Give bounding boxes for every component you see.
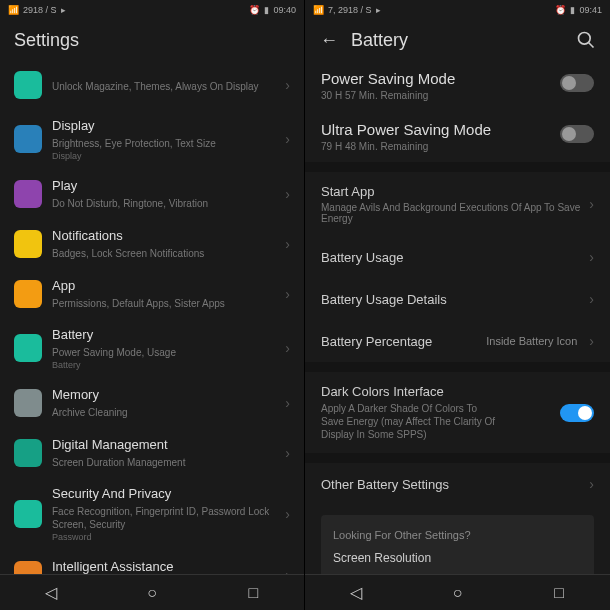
signal-icon: 📶 [313,5,324,15]
settings-item[interactable]: Intelligent Assistance Accessibility, Hi… [0,550,304,574]
start-app-row[interactable]: Start App Manage Avils And Background Ex… [305,172,610,236]
settings-item[interactable]: Unlock Magazine, Themes, Always On Displ… [0,60,304,110]
alarm-icon: ⏰ [555,5,566,15]
search-icon[interactable] [576,30,596,50]
settings-screen: 📶 2918 / S ▸ ⏰ ▮ 09:40 Settings Unlock M… [0,0,305,610]
item-title: Battery Usage Details [321,292,447,307]
item-sub: Power Saving Mode, Usage [52,346,279,359]
item-title: Start App [321,184,583,199]
item-sub: 30 H 57 Min. Remaining [321,90,550,101]
item-extra: Password [52,532,279,542]
hint-link[interactable]: Screen Resolution [333,551,582,565]
item-title: Display [52,118,279,135]
item-sub: Archive Cleaning [52,406,279,419]
item-sub: Face Recognition, Fingerprint ID, Passwo… [52,505,279,531]
settings-list[interactable]: Unlock Magazine, Themes, Always On Displ… [0,60,304,574]
item-title: App [52,278,279,295]
power-saving-toggle[interactable] [560,74,594,92]
item-title: Power Saving Mode [321,70,550,87]
item-sub: Screen Duration Management [52,456,279,469]
power-saving-mode[interactable]: Power Saving Mode 30 H 57 Min. Remaining [305,60,610,111]
item-extra: Display [52,151,279,161]
chevron-right-icon: › [285,395,290,411]
battery-screen: 📶 7, 2918 / S ▸ ⏰ ▮ 09:41 ← Battery Powe… [305,0,610,610]
activity-icon: ▸ [376,5,381,15]
item-title: Ultra Power Saving Mode [321,121,550,138]
nav-recent[interactable]: □ [549,583,569,603]
time-text: 09:40 [273,5,296,15]
page-title: Settings [14,30,79,51]
dark-colors-row[interactable]: Dark Colors Interface Apply A Darker Sha… [305,372,610,453]
app-icon [14,125,42,153]
item-sub: Apply A Darker Shade Of Colors To Save E… [321,402,550,441]
nav-recent[interactable]: □ [243,583,263,603]
settings-item[interactable]: App Permissions, Default Apps, Sister Ap… [0,269,304,319]
settings-item[interactable]: Digital Management Screen Duration Manag… [0,428,304,478]
battery-usage-details-row[interactable]: Battery Usage Details › [305,278,610,320]
item-sub: Manage Avils And Background Executions O… [321,202,583,224]
svg-point-0 [579,33,591,45]
chevron-right-icon: › [285,131,290,147]
signal-icon: 📶 [8,5,19,15]
chevron-right-icon: › [589,291,594,307]
dark-toggle[interactable] [560,404,594,422]
chevron-right-icon: › [285,506,290,522]
item-title: Intelligent Assistance [52,559,279,574]
nav-home[interactable]: ○ [447,583,467,603]
settings-item[interactable]: Display Brightness, Eye Protection, Text… [0,110,304,169]
nav-back[interactable]: ◁ [346,583,366,603]
header: Settings [0,20,304,60]
item-title: Other Battery Settings [321,477,449,492]
nav-bar: ◁ ○ □ [305,574,610,610]
activity-icon: ▸ [61,5,66,15]
item-sub: Do Not Disturb, Ringtone, Vibration [52,197,279,210]
other-battery-settings-row[interactable]: Other Battery Settings › [305,463,610,505]
status-bar: 📶 7, 2918 / S ▸ ⏰ ▮ 09:41 [305,0,610,20]
item-title: Battery [52,327,279,344]
chevron-right-icon: › [285,186,290,202]
item-sub: 79 H 48 Min. Remaining [321,141,550,152]
ultra-toggle[interactable] [560,125,594,143]
back-button[interactable]: ← [319,30,339,50]
app-icon [14,439,42,467]
settings-item[interactable]: Battery Power Saving Mode, Usage Battery… [0,319,304,378]
chevron-right-icon: › [589,196,594,212]
settings-item[interactable]: Play Do Not Disturb, Ringtone, Vibration… [0,169,304,219]
item-title: Memory [52,387,279,404]
nav-back[interactable]: ◁ [41,583,61,603]
app-icon [14,389,42,417]
hint-box: Looking For Other Settings? Screen Resol… [321,515,594,574]
nav-home[interactable]: ○ [142,583,162,603]
item-sub: Unlock Magazine, Themes, Always On Displ… [52,80,279,93]
network-text: 7, 2918 / S [328,5,372,15]
divider [305,453,610,463]
app-icon [14,180,42,208]
settings-item[interactable]: Notifications Badges, Lock Screen Notifi… [0,219,304,269]
item-sub: Brightness, Eye Protection, Text Size [52,137,279,150]
chevron-right-icon: › [285,286,290,302]
battery-usage-row[interactable]: Battery Usage › [305,236,610,278]
chevron-right-icon: › [589,333,594,349]
svg-line-1 [589,43,594,48]
battery-content[interactable]: Power Saving Mode 30 H 57 Min. Remaining… [305,60,610,574]
chevron-right-icon: › [589,476,594,492]
item-sub: Permissions, Default Apps, Sister Apps [52,297,279,310]
settings-item[interactable]: Security And Privacy Face Recognition, F… [0,478,304,550]
chevron-right-icon: › [285,445,290,461]
nav-bar: ◁ ○ □ [0,574,304,610]
page-title: Battery [351,30,408,51]
app-icon [14,71,42,99]
chevron-right-icon: › [285,236,290,252]
ultra-power-saving-mode[interactable]: Ultra Power Saving Mode 79 H 48 Min. Rem… [305,111,610,162]
hint-title: Looking For Other Settings? [333,529,582,541]
time-text: 09:41 [579,5,602,15]
chevron-right-icon: › [285,340,290,356]
settings-item[interactable]: Memory Archive Cleaning › [0,378,304,428]
status-bar: 📶 2918 / S ▸ ⏰ ▮ 09:40 [0,0,304,20]
item-sub: Badges, Lock Screen Notifications [52,247,279,260]
divider [305,162,610,172]
item-title: Dark Colors Interface [321,384,550,399]
chevron-right-icon: › [589,249,594,265]
battery-percentage-row[interactable]: Battery Percentage Inside Battery Icon › [305,320,610,362]
item-title: Battery Usage [321,250,403,265]
